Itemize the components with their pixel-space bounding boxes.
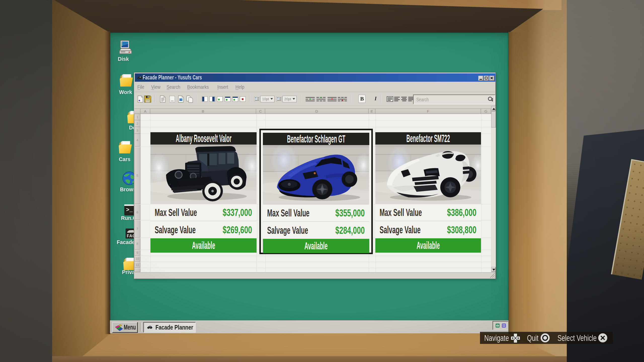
svg-text:>_: >_ — [126, 207, 133, 213]
